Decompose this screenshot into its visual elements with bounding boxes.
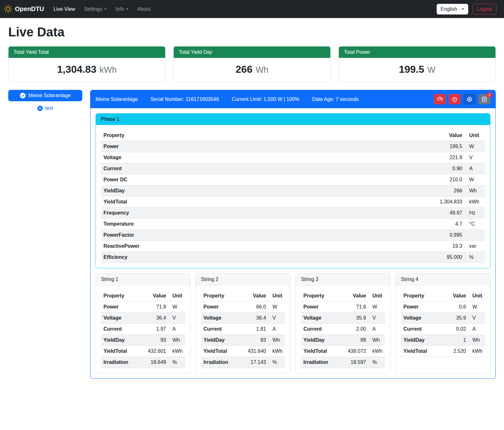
journal-icon (482, 97, 487, 102)
table-row: YieldTotal432.601kWh (101, 346, 185, 357)
table-row: Power71.6W (301, 302, 385, 313)
column-header-property: Property (101, 290, 140, 302)
sun-icon (4, 5, 12, 13)
value-cell: 83 (240, 335, 269, 346)
string-card-4: String 4 Property Value Unit (395, 273, 490, 373)
value-cell: 93 (140, 335, 169, 346)
string-card-1: String 1 Property Value Unit (96, 273, 190, 373)
logout-button[interactable]: Logout (473, 4, 496, 15)
speedometer-icon (437, 96, 443, 102)
unit-cell: V (369, 313, 385, 324)
unit-cell: W (469, 302, 485, 313)
string-card-header: String 1 (96, 274, 190, 285)
nav-right: English Logout (437, 4, 496, 15)
property-cell: PowerFactor (101, 230, 377, 241)
unit-cell: Wh (465, 185, 485, 196)
string-table: Property Value Unit Power0.6WVoltage35.9… (401, 290, 485, 357)
summary-unit: W (427, 65, 435, 75)
property-cell: Efficiency (101, 252, 377, 263)
column-header-unit: Unit (369, 290, 385, 302)
property-cell: Voltage (101, 313, 140, 324)
property-cell: Current (301, 324, 340, 335)
inverter-select-meine-solaranlage[interactable]: Meine Solaranlage (8, 90, 82, 101)
table-header-row: Property Value Unit (101, 130, 485, 141)
value-cell: 71.8 (140, 302, 169, 313)
property-cell: Power (301, 302, 340, 313)
limit-settings-button[interactable] (434, 94, 446, 104)
column-header-value: Value (440, 290, 469, 302)
table-header-row: Property Value Unit (401, 290, 485, 302)
string-card-header: String 3 (296, 274, 390, 285)
inverter-list: Meine Solaranlage test (8, 90, 82, 111)
x-circle-icon (37, 106, 43, 111)
column-header-property: Property (201, 290, 240, 302)
property-cell: Irradiation (301, 357, 340, 368)
value-cell: 18.597 (340, 357, 369, 368)
value-cell: 2.00 (340, 324, 369, 335)
unit-cell: V (169, 313, 185, 324)
property-cell: Power (101, 141, 377, 152)
property-cell: YieldTotal (101, 346, 140, 357)
value-cell: 0.6 (440, 302, 469, 313)
language-select[interactable]: English (437, 4, 468, 15)
unit-cell: A (465, 163, 485, 174)
inverter-select-test[interactable]: test (37, 105, 53, 111)
property-cell: Voltage (401, 313, 440, 324)
event-log-button[interactable]: 2 (478, 94, 490, 104)
power-settings-button[interactable] (449, 94, 461, 104)
summary-unit: Wh (256, 65, 269, 75)
brand[interactable]: OpenDTU (4, 5, 44, 13)
value-cell: 0.995 (377, 230, 465, 241)
unit-cell: Wh (369, 335, 385, 346)
unit-cell: A (269, 324, 285, 335)
property-cell: YieldDay (101, 335, 140, 346)
unit-cell: Wh (469, 335, 485, 346)
navbar: OpenDTU Live View Settings Info About En… (0, 0, 504, 18)
unit-cell: % (169, 357, 185, 368)
column-header-value: Value (240, 290, 269, 302)
content-row: Meine Solaranlage test Meine Solaranlage… (8, 90, 496, 379)
inverter-select-label: Meine Solaranlage (28, 93, 71, 98)
value-cell: 19.3 (377, 241, 465, 252)
value-cell: 36.4 (240, 313, 269, 324)
property-cell: YieldTotal (401, 346, 440, 357)
value-cell: 35.9 (440, 313, 469, 324)
table-header-row: Property Value Unit (101, 290, 185, 302)
table-row: Current1.81A (201, 324, 285, 335)
property-cell: Power (101, 302, 140, 313)
unit-cell: % (465, 252, 485, 263)
summary-unit: kWh (100, 65, 117, 75)
nav-item-settings[interactable]: Settings (80, 4, 110, 15)
check-circle-icon (20, 93, 26, 98)
nav-item-about[interactable]: About (134, 4, 154, 15)
string-table: Property Value Unit Power71.8WVoltage36.… (101, 290, 185, 368)
nav-links: Live View Settings Info About (50, 4, 154, 15)
property-cell: YieldDay (301, 335, 340, 346)
summary-cards: Total Yield Total 1,304.83 kWh Total Yie… (8, 46, 496, 82)
column-header-unit: Unit (269, 290, 285, 302)
power-icon (452, 97, 457, 102)
unit-cell: kWh (369, 346, 385, 357)
nav-item-live-view[interactable]: Live View (50, 4, 79, 15)
table-row: Irradiation18.597% (301, 357, 385, 368)
inverter-limit: Current Limit: 1,500 W | 100% (232, 97, 299, 102)
string-card-body: Property Value Unit Power71.8WVoltage36.… (96, 285, 190, 373)
cpu-icon (467, 97, 472, 102)
device-info-button[interactable] (464, 94, 476, 104)
table-row: Current2.00A (301, 324, 385, 335)
inverter-card: Meine Solaranlage Serial Number: 1161716… (90, 90, 496, 379)
inverter-select-label: test (45, 105, 53, 111)
table-row: Power199.5W (101, 141, 485, 152)
value-cell: 4.7 (377, 219, 465, 230)
table-row: Voltage36.4V (101, 313, 185, 324)
value-cell: 438.072 (340, 346, 369, 357)
property-cell: ReactivePower (101, 241, 377, 252)
unit-cell: V (269, 313, 285, 324)
nav-item-info[interactable]: Info (112, 4, 132, 15)
chevron-down-icon (126, 9, 128, 10)
inverter-name: Meine Solaranlage (96, 97, 138, 102)
chevron-down-icon (462, 9, 464, 10)
table-row: YieldDay266Wh (101, 185, 485, 196)
table-row: Voltage35.9V (401, 313, 485, 324)
property-cell: Power DC (101, 174, 377, 185)
